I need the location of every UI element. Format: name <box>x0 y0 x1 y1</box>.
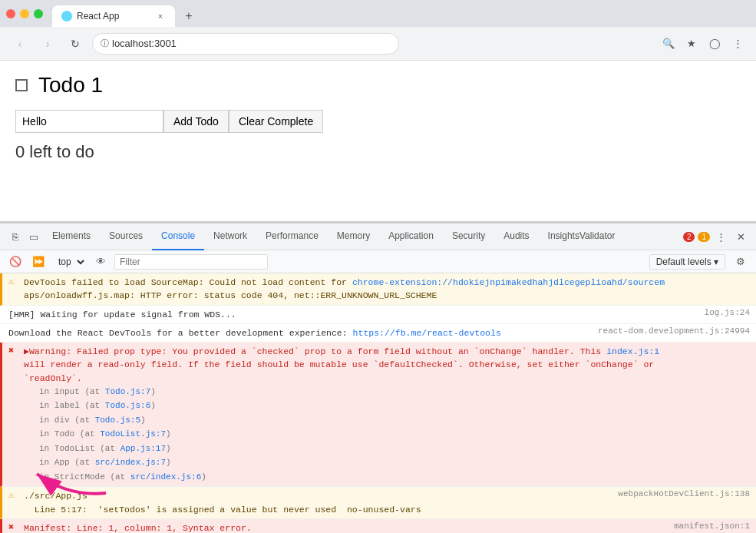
console-file-unused[interactable]: webpackHotDevClient.js:138 <box>612 489 750 498</box>
tab-elements[interactable]: Elements <box>43 223 100 250</box>
stack-input: in input (at Todo.js:7) <box>24 385 750 399</box>
stack-app: in App (at src/index.js:7) <box>24 455 750 470</box>
error-icon-manifest: ✖ <box>8 521 19 533</box>
tab-application[interactable]: Application <box>379 223 443 250</box>
back-button[interactable]: ‹ <box>9 33 31 55</box>
tab-network[interactable]: Network <box>204 223 256 250</box>
console-toolbar: 🚫 ⏩ top 👁 Default levels ▾ ⚙ <box>0 250 756 273</box>
react-devtools-link[interactable]: https://fb.me/react-devtools <box>353 328 501 338</box>
warn-icon-unused: ⚠ <box>8 489 19 501</box>
page-title: Todo 1 <box>38 73 103 98</box>
browser-tab-react-app[interactable]: React App × <box>52 5 175 27</box>
stack-todolist: in TodoList (at App.js:17) <box>24 442 750 456</box>
address-bar[interactable]: ⓘ localhost:3001 <box>92 33 399 55</box>
console-file-manifest[interactable]: manifest.json:1 <box>668 521 750 531</box>
search-icon[interactable]: 🔍 <box>659 35 678 53</box>
add-todo-button[interactable]: Add Todo <box>163 110 229 133</box>
console-entry-sourcemap: ⚠ DevTools failed to load SourceMap: Cou… <box>0 273 756 306</box>
devtools-panel: ⎘ ▭ Elements Sources Console Network Per… <box>0 222 756 533</box>
console-entry-hmr: [HMR] Waiting for update signal from WDS… <box>0 306 756 324</box>
console-entry-prop-type: ✖ ▶Warning: Failed prop type: You provid… <box>0 343 756 487</box>
console-levels-select[interactable]: Default levels ▾ <box>649 254 725 270</box>
tab-sources[interactable]: Sources <box>100 223 152 250</box>
minimize-button[interactable] <box>20 9 29 18</box>
tab-performance[interactable]: Performance <box>256 223 328 250</box>
todo-count: 0 left to do <box>15 142 741 162</box>
tab-console[interactable]: Console <box>152 223 204 250</box>
tab-label: React App <box>77 11 119 22</box>
devtools-close-button[interactable]: ✕ <box>731 227 750 246</box>
tab-security[interactable]: Security <box>443 223 494 250</box>
tab-insights-validator[interactable]: InsightsValidator <box>539 223 625 250</box>
stack-label: in label (at Todo.js:6) <box>24 399 750 413</box>
console-text-hmr: [HMR] Waiting for update signal from WDS… <box>8 308 698 321</box>
address-text: localhost:3001 <box>112 38 177 49</box>
devtools-more-button[interactable]: ⋮ <box>711 227 730 246</box>
sourcemap-link[interactable]: chrome-extension://hdokiejnpimakedhahjdl… <box>352 277 665 287</box>
prop-type-link[interactable]: index.js:1 <box>606 346 659 356</box>
warn-count-badge: 1 <box>698 232 710 242</box>
console-text-prop-type: ▶Warning: Failed prop type: You provided… <box>24 345 750 484</box>
close-button[interactable] <box>6 9 15 18</box>
extensions-icon[interactable]: ◯ <box>705 35 724 53</box>
devtools-device-icon[interactable]: ▭ <box>25 227 43 246</box>
error-count-badge: 2 <box>683 232 695 242</box>
console-entry-manifest: ✖ Manifest: Line: 1, column: 1, Syntax e… <box>0 519 756 533</box>
traffic-lights <box>6 9 43 18</box>
stack-strictmode: in StrictMode (at src/index.js:6) <box>24 470 750 485</box>
console-text-manifest: Manifest: Line: 1, column: 1, Syntax err… <box>24 521 668 533</box>
stack-div: in div (at Todo.js:5) <box>24 413 750 428</box>
todo-input-row: Add Todo Clear Complete <box>15 110 741 133</box>
reload-button[interactable]: ↻ <box>64 33 86 55</box>
maximize-button[interactable] <box>34 9 43 18</box>
console-file-hmr[interactable]: log.js:24 <box>698 308 750 317</box>
tab-audits[interactable]: Audits <box>494 223 538 250</box>
lock-icon: ⓘ <box>101 38 109 49</box>
console-entry-unused-var: ⚠ ./src/App.js Line 5:17: 'setTodos' is … <box>0 487 756 519</box>
console-text-sourcemap: DevTools failed to load SourceMap: Could… <box>24 276 750 303</box>
console-entry-react-devtools: Download the React DevTools for a better… <box>0 324 756 343</box>
devtools-inspect-icon[interactable]: ⎘ <box>6 227 25 246</box>
address-bar-row: ‹ › ↻ ⓘ localhost:3001 🔍 ★ ◯ ⋮ <box>0 27 756 61</box>
tab-close-button[interactable]: × <box>155 11 166 22</box>
more-icon[interactable]: ⋮ <box>728 35 747 53</box>
bookmark-icon[interactable]: ★ <box>682 35 701 53</box>
browser-toolbar: 🔍 ★ ◯ ⋮ <box>659 35 747 53</box>
console-clear-icon[interactable]: 🚫 <box>6 253 25 271</box>
page-title-row: Todo 1 <box>15 73 741 98</box>
warn-icon: ⚠ <box>8 276 19 287</box>
error-icon-prop-type: ✖ <box>8 345 19 356</box>
console-text-react-devtools: Download the React DevTools for a better… <box>8 326 592 339</box>
console-filter-icon[interactable]: ⏩ <box>29 253 48 271</box>
console-context-select[interactable]: top <box>52 254 87 270</box>
console-content: ⚠ DevTools failed to load SourceMap: Cou… <box>0 273 756 533</box>
console-filter-input[interactable] <box>114 254 268 270</box>
devtools-topbar: ⎘ ▭ Elements Sources Console Network Per… <box>0 223 756 250</box>
page-content: Todo 1 Add Todo Clear Complete 0 left to… <box>0 61 756 222</box>
console-eye-icon[interactable]: 👁 <box>91 253 110 271</box>
stack-todo: in Todo (at TodoList.js:7) <box>24 427 750 442</box>
forward-button[interactable]: › <box>37 33 58 55</box>
console-text-unused: ./src/App.js Line 5:17: 'setTodos' is as… <box>24 489 612 516</box>
new-tab-button[interactable]: + <box>178 5 200 27</box>
tab-favicon <box>61 11 72 22</box>
console-file-react-devtools[interactable]: react-dom.development.js:24994 <box>592 326 750 336</box>
todo-checkbox-icon <box>15 79 28 91</box>
tab-memory[interactable]: Memory <box>328 223 379 250</box>
devtools-tabs: Elements Sources Console Network Perform… <box>43 223 624 250</box>
clear-complete-button[interactable]: Clear Complete <box>229 110 323 133</box>
todo-input[interactable] <box>15 110 163 133</box>
console-settings-icon[interactable]: ⚙ <box>731 253 750 271</box>
